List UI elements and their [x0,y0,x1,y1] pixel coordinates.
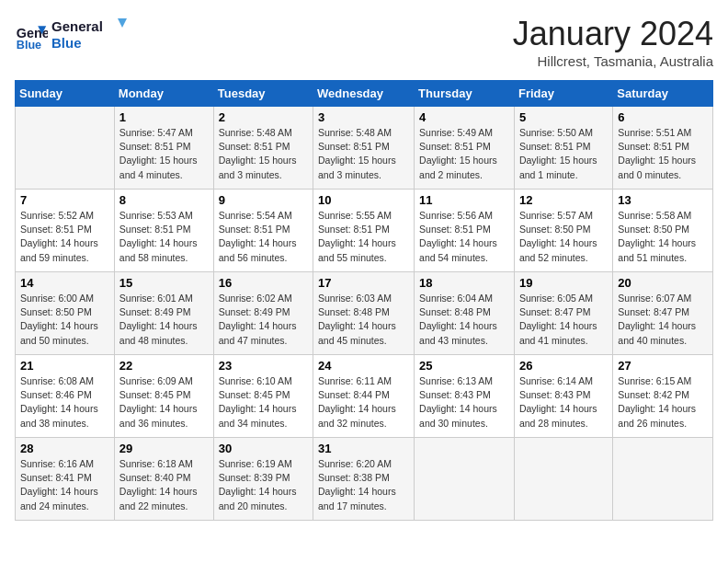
day-info: Sunrise: 6:16 AM Sunset: 8:41 PM Dayligh… [20,457,109,513]
day-number: 28 [20,442,109,455]
day-number: 27 [618,359,708,373]
day-number: 8 [119,193,209,207]
svg-text:General: General [51,18,103,34]
day-cell: 6Sunrise: 5:51 AM Sunset: 8:51 PM Daylig… [613,107,713,190]
day-number: 6 [618,110,708,124]
day-cell: 10Sunrise: 5:55 AM Sunset: 8:51 PM Dayli… [313,190,415,272]
day-number: 24 [318,359,409,373]
day-info: Sunrise: 6:11 AM Sunset: 8:44 PM Dayligh… [318,374,409,431]
day-info: Sunrise: 6:10 AM Sunset: 8:45 PM Dayligh… [219,374,308,431]
day-info: Sunrise: 5:48 AM Sunset: 8:51 PM Dayligh… [219,126,308,182]
day-info: Sunrise: 6:04 AM Sunset: 8:48 PM Dayligh… [419,292,509,348]
header-cell-friday: Friday [514,81,612,107]
day-number: 19 [519,276,608,290]
day-info: Sunrise: 6:07 AM Sunset: 8:47 PM Dayligh… [618,292,708,348]
day-number: 23 [219,359,308,373]
day-info: Sunrise: 5:58 AM Sunset: 8:50 PM Dayligh… [618,209,708,265]
day-cell: 26Sunrise: 6:14 AM Sunset: 8:43 PM Dayli… [514,355,612,438]
day-cell: 22Sunrise: 6:09 AM Sunset: 8:45 PM Dayli… [114,355,213,438]
day-cell: 18Sunrise: 6:04 AM Sunset: 8:48 PM Dayli… [415,272,515,355]
day-info: Sunrise: 6:02 AM Sunset: 8:49 PM Dayligh… [219,292,308,348]
day-number: 10 [318,193,409,207]
calendar-title: January 2024 [513,15,713,53]
day-info: Sunrise: 5:48 AM Sunset: 8:51 PM Dayligh… [318,126,409,182]
day-cell: 29Sunrise: 6:18 AM Sunset: 8:40 PM Dayli… [114,438,213,521]
day-info: Sunrise: 6:18 AM Sunset: 8:40 PM Dayligh… [119,457,209,513]
day-number: 9 [219,193,308,207]
day-info: Sunrise: 6:14 AM Sunset: 8:43 PM Dayligh… [519,374,608,431]
logo: General Blue General Blue [15,15,134,57]
day-number: 12 [519,193,608,207]
week-row-5: 28Sunrise: 6:16 AM Sunset: 8:41 PM Dayli… [16,438,713,521]
day-cell: 11Sunrise: 5:56 AM Sunset: 8:51 PM Dayli… [415,190,515,272]
day-number: 1 [119,110,209,124]
day-info: Sunrise: 6:09 AM Sunset: 8:45 PM Dayligh… [119,374,209,431]
day-info: Sunrise: 6:05 AM Sunset: 8:47 PM Dayligh… [519,292,608,348]
day-number: 7 [20,193,109,207]
day-cell [16,107,115,190]
day-cell: 16Sunrise: 6:02 AM Sunset: 8:49 PM Dayli… [213,272,313,355]
day-info: Sunrise: 6:13 AM Sunset: 8:43 PM Dayligh… [419,374,509,431]
svg-text:Blue: Blue [51,35,82,51]
day-number: 20 [618,276,708,290]
day-number: 31 [318,442,409,455]
day-number: 2 [219,110,308,124]
week-row-1: 1Sunrise: 5:47 AM Sunset: 8:51 PM Daylig… [16,107,713,190]
day-info: Sunrise: 6:00 AM Sunset: 8:50 PM Dayligh… [20,292,109,348]
day-number: 16 [219,276,308,290]
header-cell-tuesday: Tuesday [213,81,313,107]
day-number: 18 [419,276,509,290]
day-number: 3 [318,110,409,124]
day-cell: 21Sunrise: 6:08 AM Sunset: 8:46 PM Dayli… [16,355,115,438]
day-cell [514,438,612,521]
day-number: 22 [119,359,209,373]
day-info: Sunrise: 5:51 AM Sunset: 8:51 PM Dayligh… [618,126,708,182]
day-cell [415,438,515,521]
day-number: 17 [318,276,409,290]
day-cell: 23Sunrise: 6:10 AM Sunset: 8:45 PM Dayli… [213,355,313,438]
logo-icon: General Blue [15,19,48,52]
day-cell: 9Sunrise: 5:54 AM Sunset: 8:51 PM Daylig… [213,190,313,272]
day-info: Sunrise: 5:53 AM Sunset: 8:51 PM Dayligh… [119,209,209,265]
day-cell: 1Sunrise: 5:47 AM Sunset: 8:51 PM Daylig… [114,107,213,190]
day-number: 13 [618,193,708,207]
header-row: SundayMondayTuesdayWednesdayThursdayFrid… [16,81,713,107]
day-number: 11 [419,193,509,207]
week-row-3: 14Sunrise: 6:00 AM Sunset: 8:50 PM Dayli… [16,272,713,355]
day-cell: 14Sunrise: 6:00 AM Sunset: 8:50 PM Dayli… [16,272,115,355]
day-info: Sunrise: 5:56 AM Sunset: 8:51 PM Dayligh… [419,209,509,265]
day-number: 30 [219,442,308,455]
logo-svg: General Blue [51,15,134,53]
day-cell: 13Sunrise: 5:58 AM Sunset: 8:50 PM Dayli… [613,190,713,272]
day-cell: 12Sunrise: 5:57 AM Sunset: 8:50 PM Dayli… [514,190,612,272]
day-number: 14 [20,276,109,290]
day-number: 5 [519,110,608,124]
day-info: Sunrise: 5:55 AM Sunset: 8:51 PM Dayligh… [318,209,409,265]
day-cell: 20Sunrise: 6:07 AM Sunset: 8:47 PM Dayli… [613,272,713,355]
page-header: General Blue General Blue January 2024 H… [15,15,713,69]
day-info: Sunrise: 6:08 AM Sunset: 8:46 PM Dayligh… [20,374,109,431]
header-cell-sunday: Sunday [16,81,115,107]
day-info: Sunrise: 6:20 AM Sunset: 8:38 PM Dayligh… [318,457,409,513]
calendar-table: SundayMondayTuesdayWednesdayThursdayFrid… [15,80,713,521]
day-cell: 25Sunrise: 6:13 AM Sunset: 8:43 PM Dayli… [415,355,515,438]
day-cell: 3Sunrise: 5:48 AM Sunset: 8:51 PM Daylig… [313,107,415,190]
day-info: Sunrise: 6:03 AM Sunset: 8:48 PM Dayligh… [318,292,409,348]
day-number: 29 [119,442,209,455]
day-cell: 19Sunrise: 6:05 AM Sunset: 8:47 PM Dayli… [514,272,612,355]
day-info: Sunrise: 6:15 AM Sunset: 8:42 PM Dayligh… [618,374,708,431]
svg-text:Blue: Blue [17,39,41,52]
day-cell: 5Sunrise: 5:50 AM Sunset: 8:51 PM Daylig… [514,107,612,190]
day-number: 21 [20,359,109,373]
header-cell-monday: Monday [114,81,213,107]
day-cell: 27Sunrise: 6:15 AM Sunset: 8:42 PM Dayli… [613,355,713,438]
header-cell-saturday: Saturday [613,81,713,107]
day-cell: 7Sunrise: 5:52 AM Sunset: 8:51 PM Daylig… [16,190,115,272]
day-info: Sunrise: 5:47 AM Sunset: 8:51 PM Dayligh… [119,126,209,182]
day-cell: 28Sunrise: 6:16 AM Sunset: 8:41 PM Dayli… [16,438,115,521]
header-cell-wednesday: Wednesday [313,81,415,107]
header-cell-thursday: Thursday [415,81,515,107]
day-info: Sunrise: 6:19 AM Sunset: 8:39 PM Dayligh… [219,457,308,513]
calendar-subtitle: Hillcrest, Tasmania, Australia [513,53,713,69]
day-info: Sunrise: 5:49 AM Sunset: 8:51 PM Dayligh… [419,126,509,182]
